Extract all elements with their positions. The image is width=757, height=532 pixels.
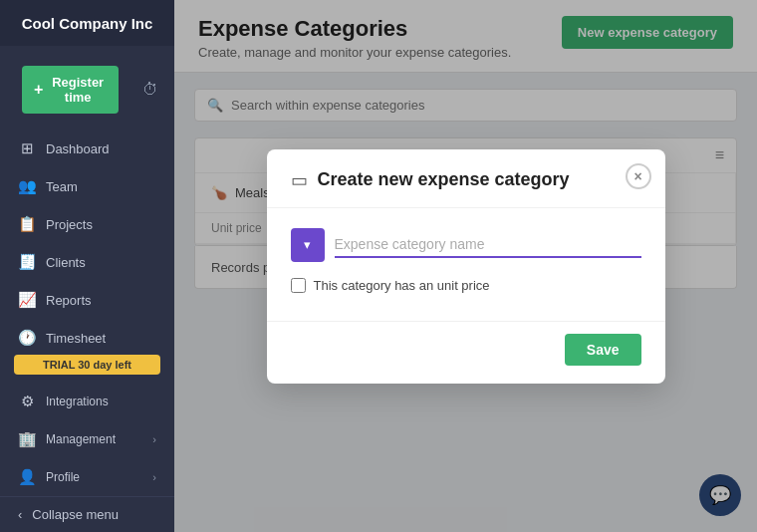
sidebar-label-management: Management — [46, 432, 142, 446]
reports-icon: 📈 — [18, 291, 36, 309]
modal-body: ▾ This category has an unit price — [267, 208, 665, 321]
modal-header: ▭ Create new expense category — [267, 149, 665, 208]
unit-price-checkbox-label: This category has an unit price — [314, 278, 490, 293]
sidebar-label-reports: Reports — [46, 293, 156, 308]
sidebar-bottom: ⚙ Integrations 🏢 Management › 👤 Profile … — [0, 383, 174, 532]
management-icon: 🏢 — [18, 430, 36, 448]
integrations-icon: ⚙ — [18, 393, 36, 410]
category-name-input[interactable] — [335, 232, 641, 258]
clock-icon[interactable]: ⏱ — [136, 77, 164, 103]
sidebar-item-integrations[interactable]: ⚙ Integrations — [0, 383, 174, 420]
register-time-button[interactable]: + Register time — [22, 66, 119, 114]
main-content: Expense Categories Create, manage and mo… — [174, 0, 757, 532]
management-chevron-icon: › — [152, 433, 156, 445]
create-expense-modal: ▭ Create new expense category × ▾ This c… — [267, 149, 665, 384]
unit-price-checkbox[interactable] — [291, 278, 306, 293]
sidebar-item-team[interactable]: 👥 Team — [0, 167, 174, 205]
collapse-icon: ‹ — [18, 507, 22, 522]
timesheet-icon: 🕐 — [18, 329, 36, 347]
modal-footer: Save — [267, 321, 665, 384]
modal-input-row: ▾ — [291, 228, 641, 262]
sidebar-label-clients: Clients — [46, 255, 156, 270]
sidebar-label-profile: Profile — [46, 470, 142, 484]
sidebar-item-management[interactable]: 🏢 Management › — [0, 420, 174, 458]
color-picker-button[interactable]: ▾ — [291, 228, 325, 262]
sidebar-label-dashboard: Dashboard — [46, 141, 156, 156]
trial-badge: TRIAL 30 day left — [14, 355, 160, 375]
team-icon: 👥 — [18, 177, 36, 195]
dashboard-icon: ⊞ — [18, 139, 36, 157]
projects-icon: 📋 — [18, 215, 36, 233]
sidebar-label-timesheet: Timesheet — [46, 331, 156, 346]
plus-icon: + — [34, 81, 43, 99]
sidebar-item-clients[interactable]: 🧾 Clients — [0, 243, 174, 281]
sidebar-item-timesheet[interactable]: 🕐 Timesheet — [0, 319, 174, 347]
collapse-menu-button[interactable]: ‹ Collapse menu — [0, 496, 174, 532]
unit-price-checkbox-row: This category has an unit price — [291, 278, 641, 293]
modal-title: Create new expense category — [318, 169, 570, 190]
modal-overlay[interactable]: ▭ Create new expense category × ▾ This c… — [174, 0, 757, 532]
sidebar-item-projects[interactable]: 📋 Projects — [0, 205, 174, 243]
clients-icon: 🧾 — [18, 253, 36, 271]
dropdown-arrow-icon: ▾ — [304, 237, 311, 252]
sidebar-label-projects: Projects — [46, 217, 156, 232]
company-name: Cool Company Inc — [0, 0, 174, 46]
sidebar: Cool Company Inc + Register time ⏱ ⊞ Das… — [0, 0, 174, 532]
sidebar-item-dashboard[interactable]: ⊞ Dashboard — [0, 130, 174, 167]
collapse-label: Collapse menu — [32, 507, 119, 522]
sidebar-label-integrations: Integrations — [46, 395, 156, 408]
sidebar-item-reports[interactable]: 📈 Reports — [0, 281, 174, 319]
sidebar-label-team: Team — [46, 179, 156, 194]
sidebar-item-profile[interactable]: 👤 Profile › — [0, 458, 174, 496]
modal-close-button[interactable]: × — [626, 163, 651, 189]
save-button[interactable]: Save — [565, 334, 641, 366]
modal-header-icon: ▭ — [291, 169, 308, 191]
profile-chevron-icon: › — [152, 471, 156, 483]
profile-icon: 👤 — [18, 468, 36, 486]
sidebar-nav: ⊞ Dashboard 👥 Team 📋 Projects 🧾 Clients … — [0, 130, 174, 347]
